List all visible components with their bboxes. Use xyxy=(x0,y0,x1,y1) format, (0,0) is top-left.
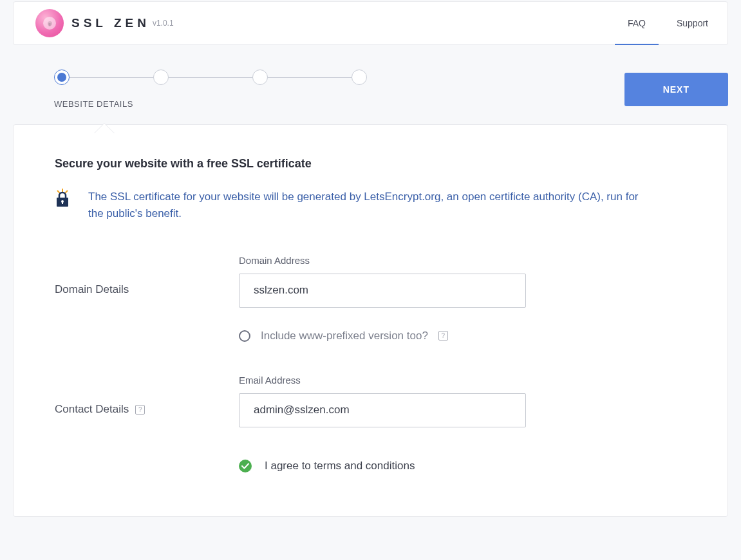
step-4 xyxy=(352,70,367,85)
contact-section: Contact Details ? Email Address xyxy=(55,375,686,427)
checkmark-icon xyxy=(241,463,249,469)
app-header: SSL ZEN v1.0.1 FAQ Support xyxy=(13,1,728,45)
terms-row: I agree to terms and conditions xyxy=(239,460,686,472)
help-icon[interactable]: ? xyxy=(135,405,145,415)
svg-line-1 xyxy=(57,191,60,193)
next-button[interactable]: NEXT xyxy=(624,73,728,106)
include-www-checkbox[interactable] xyxy=(239,330,250,342)
secure-lock-icon xyxy=(55,189,70,223)
terms-checkbox[interactable] xyxy=(239,460,252,472)
domain-field-label: Domain Address xyxy=(239,255,526,266)
email-input[interactable] xyxy=(239,393,526,427)
info-row: The SSL certificate for your website wil… xyxy=(55,189,686,223)
brand-version: v1.0.1 xyxy=(153,19,174,28)
logo-section: SSL ZEN v1.0.1 xyxy=(35,9,174,37)
brand-name: SSL ZEN xyxy=(71,16,150,30)
brand-logo-icon xyxy=(35,9,64,37)
nav-support[interactable]: Support xyxy=(677,2,708,44)
svg-line-2 xyxy=(65,191,68,193)
help-icon[interactable]: ? xyxy=(438,331,448,341)
step-1 xyxy=(54,70,70,85)
include-www-label: Include www-prefixed version too? xyxy=(261,330,428,342)
email-field-label: Email Address xyxy=(239,375,526,386)
header-nav: FAQ Support xyxy=(628,2,708,44)
contact-section-label: Contact Details ? xyxy=(55,375,239,427)
step-3 xyxy=(252,70,268,85)
terms-label: I agree to terms and conditions xyxy=(265,460,415,472)
info-text: The SSL certificate for your website wil… xyxy=(88,189,642,223)
domain-section: Domain Details Domain Address Include ww… xyxy=(55,255,686,342)
current-step-label: WEBSITE DETAILS xyxy=(54,99,367,109)
stepper-row: WEBSITE DETAILS NEXT xyxy=(13,70,728,109)
domain-section-label: Domain Details xyxy=(55,255,239,342)
form-card: Secure your website with a free SSL cert… xyxy=(13,124,728,517)
step-2 xyxy=(153,70,169,85)
card-title: Secure your website with a free SSL cert… xyxy=(55,157,686,171)
progress-stepper xyxy=(54,70,367,85)
include-www-row: Include www-prefixed version too? ? xyxy=(239,330,526,342)
domain-input[interactable] xyxy=(239,274,526,308)
svg-rect-5 xyxy=(62,202,63,204)
nav-faq[interactable]: FAQ xyxy=(628,2,646,44)
